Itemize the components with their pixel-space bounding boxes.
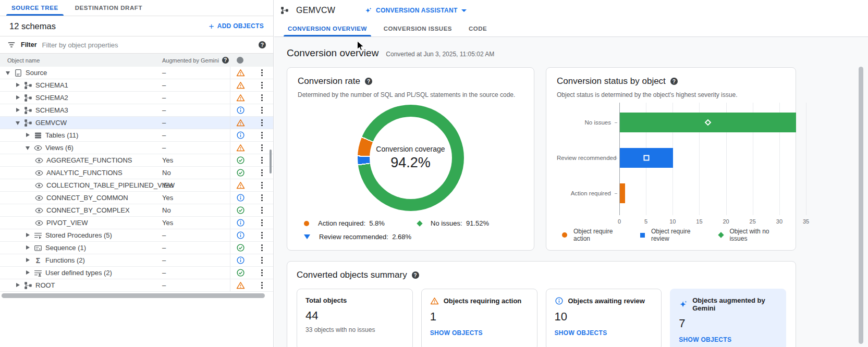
row-menu-button[interactable] <box>250 204 273 216</box>
expand-arrow-icon[interactable] <box>15 82 21 88</box>
tree-row-gemvcw[interactable]: GEMVCW– <box>0 117 273 129</box>
tab-destination-draft[interactable]: DESTINATION DRAFT <box>67 0 151 16</box>
page-vertical-scrollbar[interactable] <box>859 67 863 344</box>
show-objects-link[interactable]: SHOW OBJECTS <box>430 329 529 337</box>
horizontal-scrollbar[interactable] <box>2 293 265 298</box>
tab-conversion-issues[interactable]: CONVERSION ISSUES <box>375 21 460 36</box>
conversion-rate-card: Conversion rate ? Determined by the numb… <box>287 67 534 251</box>
row-menu-button[interactable] <box>250 92 273 104</box>
bar-chart-legend: Object require actionObject require revi… <box>562 228 785 242</box>
expand-arrow-icon[interactable] <box>25 232 31 238</box>
collapse-arrow-icon[interactable] <box>25 145 31 151</box>
row-menu-button[interactable] <box>250 192 273 204</box>
expand-arrow-icon[interactable] <box>15 107 21 113</box>
bar-action-required[interactable] <box>620 183 625 203</box>
conversion-panel: GEMVCW CONVERSION ASSISTANT CONVERSION O… <box>274 0 868 347</box>
row-menu-button[interactable] <box>250 254 273 266</box>
tree-row-user-defined-types-2-[interactable]: User defined types (2)– <box>0 267 273 279</box>
add-objects-button[interactable]: + ADD OBJECTS <box>209 22 264 31</box>
stat-card-objects-augmented-by-gemini: Objects augmented by Gemini7SHOW OBJECTS <box>670 289 786 347</box>
conversion-assistant-button[interactable]: CONVERSION ASSISTANT <box>364 7 467 15</box>
conversion-status-help-icon[interactable]: ? <box>670 78 678 85</box>
augmented-value: – <box>162 67 230 79</box>
row-menu-button[interactable] <box>250 229 273 241</box>
tree-row-connect-by-complex[interactable]: CONNECT_BY_COMPLEXNo <box>0 204 273 217</box>
tree-row-sequence-1-[interactable]: Sequence (1)– <box>0 242 273 254</box>
filter-input[interactable] <box>42 41 253 49</box>
row-menu-button[interactable] <box>250 117 273 129</box>
bar-no-issues[interactable] <box>620 113 796 132</box>
square-marker-icon <box>644 155 650 161</box>
row-menu-button[interactable] <box>250 79 273 91</box>
tree-row-tables-11-[interactable]: Tables (11)– <box>0 129 273 142</box>
legend-item: Object with no issues <box>719 228 785 242</box>
show-objects-link[interactable]: SHOW OBJECTS <box>679 336 777 343</box>
stat-card-objects-awaiting-review: Objects awaiting review10SHOW OBJECTS <box>546 289 662 347</box>
kebab-icon <box>260 243 264 253</box>
tree-vertical-scrollbar[interactable] <box>270 150 272 174</box>
filter-help-icon[interactable]: ? <box>259 41 266 48</box>
expand-arrow-icon[interactable] <box>25 257 31 263</box>
bar-review-recommended[interactable] <box>620 148 673 168</box>
show-objects-link[interactable]: SHOW OBJECTS <box>555 329 653 337</box>
tree-row-functions-2-[interactable]: ΣFunctions (2)– <box>0 254 273 267</box>
tab-source-tree[interactable]: SOURCE TREE <box>3 0 67 16</box>
x-tick-label: 10 <box>664 218 681 225</box>
object-name: Source <box>26 69 47 77</box>
gridline <box>806 103 806 215</box>
expand-arrow-icon[interactable] <box>15 95 21 101</box>
expand-arrow-icon[interactable] <box>15 282 21 288</box>
kebab-icon <box>260 80 264 90</box>
augmented-value: – <box>162 142 230 154</box>
object-name: Stored Procedures (5) <box>45 231 112 239</box>
kebab-icon <box>260 93 264 103</box>
source-icon <box>14 69 22 77</box>
collapse-arrow-icon[interactable] <box>5 70 11 76</box>
tree-row-aggregate-functions[interactable]: AGGREGATE_FUNCTIONSYes <box>0 154 273 167</box>
row-menu-button[interactable] <box>250 129 273 141</box>
row-menu-button[interactable] <box>250 67 273 79</box>
row-menu-button[interactable] <box>250 104 273 116</box>
stat-card-total-objects: Total objects4433 objects with no issues <box>297 289 413 347</box>
schema-icon <box>24 106 32 115</box>
tree-row-pivot-view[interactable]: PIVOT_VIEWYes <box>0 217 273 229</box>
legend-item-review-recommended-: Review recommended: 2.68% <box>304 233 418 241</box>
summary-help-icon[interactable]: ? <box>412 271 419 279</box>
conversion-rate-help-icon[interactable]: ? <box>365 78 372 85</box>
tree-row-connect-by-common[interactable]: CONNECT_BY_COMMONYes <box>0 192 273 204</box>
tree-row-schema1[interactable]: SCHEMA1– <box>0 79 273 92</box>
tab-conversion-overview[interactable]: CONVERSION OVERVIEW <box>279 21 375 36</box>
triangle-down-marker-icon <box>304 234 310 239</box>
tree-row-source[interactable]: Source– <box>0 67 273 79</box>
circle-marker-icon <box>562 232 567 238</box>
x-tick-label: 0 <box>610 218 628 225</box>
tree-row-stored-procedures-5-[interactable]: Stored Procedures (5)– <box>0 229 273 242</box>
schema-icon <box>280 6 289 15</box>
tree-row-schema2[interactable]: SCHEMA2– <box>0 92 273 104</box>
object-name: Tables (11) <box>45 131 78 139</box>
tree-row-analytic-functions[interactable]: ANALYTIC_FUNCTIONSNo <box>0 167 273 179</box>
row-menu-button[interactable] <box>250 267 273 279</box>
row-menu-button[interactable] <box>250 179 273 191</box>
schema-icon <box>24 81 32 90</box>
augmented-help-icon[interactable]: ? <box>222 57 229 64</box>
tab-code[interactable]: CODE <box>460 21 495 36</box>
row-menu-button[interactable] <box>250 242 273 254</box>
collapse-arrow-icon[interactable] <box>15 120 21 126</box>
warning-icon <box>236 118 245 127</box>
row-menu-button[interactable] <box>250 279 273 291</box>
expand-arrow-icon[interactable] <box>25 245 31 251</box>
expand-arrow-icon[interactable] <box>25 132 31 138</box>
expand-arrow-icon[interactable] <box>25 270 31 276</box>
row-menu-button[interactable] <box>250 217 273 229</box>
tree-row-collection-table-pipelined-view[interactable]: COLLECTION_TABLE_PIPELINED_VIEWYes <box>0 179 273 192</box>
tree-row-schema3[interactable]: SCHEMA3– <box>0 104 273 117</box>
tree-row-views-6-[interactable]: Views (6)– <box>0 142 273 154</box>
x-tick-label: 5 <box>637 218 655 225</box>
kebab-icon <box>260 143 264 153</box>
augmented-value: – <box>162 242 230 254</box>
diamond-marker-icon <box>417 220 422 226</box>
tree-row-root[interactable]: ROOT– <box>0 279 273 292</box>
udt-icon <box>34 269 42 277</box>
category-label: Review recommended <box>557 148 611 168</box>
